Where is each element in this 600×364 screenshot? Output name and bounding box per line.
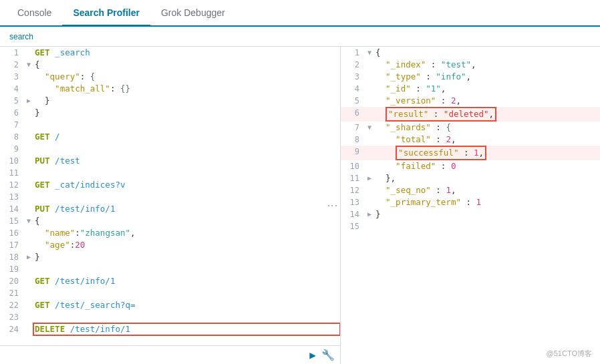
code-content[interactable]: }: [33, 95, 340, 107]
fold-icon[interactable]: ▶: [24, 251, 33, 263]
code-content[interactable]: PUT /test: [33, 155, 340, 167]
left-line-1: 1GET _search: [0, 47, 340, 59]
code-content: "failed" : 0: [374, 160, 600, 172]
code-content[interactable]: "name":"zhangsan",: [33, 227, 340, 239]
code-content: "successful" : 1,: [374, 146, 600, 160]
line-number: 2: [341, 59, 365, 71]
tab-console[interactable]: Console: [7, 1, 62, 26]
line-number: 15: [0, 215, 24, 227]
left-code-area[interactable]: 1GET _search2▼{3 "query": {4 "match_all"…: [0, 47, 340, 345]
fold-icon[interactable]: ▶: [365, 172, 374, 184]
json-value: 2: [446, 134, 451, 144]
right-line-12: 12 "_seq_no" : 1,: [341, 184, 600, 196]
highlight-box: "successful" : 1,: [396, 146, 486, 160]
code-content: "_primary_term" : 1: [374, 196, 600, 208]
code-content[interactable]: GET _search: [33, 47, 340, 59]
left-line-6: 6}: [0, 107, 340, 119]
fold-icon[interactable]: ▼: [24, 59, 33, 71]
left-line-8: 8GET /: [0, 131, 340, 143]
code-content[interactable]: GET /test/_search?q=: [33, 299, 340, 311]
editor-container: 1GET _search2▼{3 "query": {4 "match_all"…: [0, 47, 600, 364]
search-button[interactable]: search: [7, 31, 36, 43]
action-bar: ▶ 🔧: [0, 345, 340, 364]
left-line-23: 23: [0, 311, 340, 323]
http-method: GET: [35, 300, 50, 310]
left-line-7: 7: [0, 119, 340, 131]
json-key: "_shards": [386, 122, 431, 132]
tab-grok-debugger[interactable]: Grok Debugger: [150, 1, 236, 26]
right-line-6: 6 "result" : "deleted",: [341, 107, 600, 122]
watermark: @51CTO博客: [547, 349, 592, 359]
code-content: "_seq_no" : 1,: [374, 184, 600, 196]
fold-icon[interactable]: ▼: [24, 215, 33, 227]
left-line-13: 13: [0, 191, 340, 203]
left-line-14: 14PUT /test/info/1: [0, 203, 340, 215]
code-content[interactable]: }: [33, 107, 340, 119]
line-number: 3: [341, 71, 365, 83]
left-line-11: 11: [0, 167, 340, 179]
panel-resize-handle[interactable]: ⋮: [325, 198, 340, 214]
left-line-4: 4 "match_all": {}: [0, 83, 340, 95]
left-line-5: 5▶ }: [0, 95, 340, 107]
line-number: 17: [0, 239, 24, 251]
line-number: 9: [341, 146, 365, 158]
json-value: 2: [451, 96, 456, 106]
json-key: "_index": [386, 59, 426, 69]
json-value: 1: [474, 148, 479, 158]
line-number: 4: [341, 83, 365, 95]
line-number: 2: [0, 59, 24, 71]
json-value: 0: [451, 161, 456, 171]
line-number: 11: [0, 167, 24, 179]
line-number: 5: [341, 95, 365, 107]
fold-icon[interactable]: ▶: [365, 208, 374, 220]
line-number: 18: [0, 251, 24, 263]
json-key: "age": [45, 240, 70, 250]
code-content: "result" : "deleted",: [374, 107, 600, 122]
left-line-21: 21: [0, 287, 340, 299]
code-content[interactable]: {: [33, 215, 340, 227]
line-number: 12: [0, 179, 24, 191]
left-line-10: 10PUT /test: [0, 155, 340, 167]
http-path: /test/_search?q=: [50, 300, 136, 310]
left-line-16: 16 "name":"zhangsan",: [0, 227, 340, 239]
tab-search-profiler[interactable]: Search Profiler: [62, 1, 150, 26]
json-value: {: [446, 122, 451, 132]
line-number: 21: [0, 287, 24, 299]
right-line-8: 8 "total" : 2,: [341, 134, 600, 146]
code-content[interactable]: "match_all": {}: [33, 83, 340, 95]
wrench-icon[interactable]: 🔧: [321, 349, 335, 361]
code-content[interactable]: {: [33, 59, 340, 71]
line-number: 8: [341, 134, 365, 146]
left-line-17: 17 "age":20: [0, 239, 340, 251]
right-line-1: 1▼{: [341, 47, 600, 59]
code-content[interactable]: "query": {: [33, 71, 340, 83]
line-number: 10: [0, 155, 24, 167]
left-line-12: 12GET _cat/indices?v: [0, 179, 340, 191]
json-key: "result": [388, 109, 428, 119]
right-code-area[interactable]: 1▼{2 "_index" : "test",3 "_type" : "info…: [341, 47, 600, 364]
code-content[interactable]: GET _cat/indices?v: [33, 179, 340, 191]
fold-icon[interactable]: ▼: [365, 122, 374, 134]
right-line-9: 9 "successful" : 1,: [341, 146, 600, 160]
code-content[interactable]: DELETE /test/info/1: [33, 323, 340, 335]
line-number: 16: [0, 227, 24, 239]
left-line-19: 19: [0, 263, 340, 275]
right-panel: 1▼{2 "_index" : "test",3 "_type" : "info…: [341, 47, 600, 364]
run-icon[interactable]: ▶: [309, 349, 316, 361]
line-number: 22: [0, 299, 24, 311]
http-path: _cat/indices?v: [50, 180, 126, 190]
code-content[interactable]: PUT /test/info/1: [33, 203, 340, 215]
line-number: 14: [341, 208, 365, 220]
fold-icon[interactable]: ▶: [24, 95, 33, 107]
code-content: "_shards" : {: [374, 122, 600, 134]
line-number: 6: [0, 107, 24, 119]
http-path: /test/info/1: [50, 204, 116, 214]
line-number: 12: [341, 184, 365, 196]
line-number: 24: [0, 323, 24, 335]
code-content[interactable]: GET /test/info/1: [33, 275, 340, 287]
json-key: "failed": [396, 161, 436, 171]
code-content[interactable]: GET /: [33, 131, 340, 143]
fold-icon[interactable]: ▼: [365, 47, 374, 59]
code-content[interactable]: }: [33, 251, 340, 263]
code-content[interactable]: "age":20: [33, 239, 340, 251]
